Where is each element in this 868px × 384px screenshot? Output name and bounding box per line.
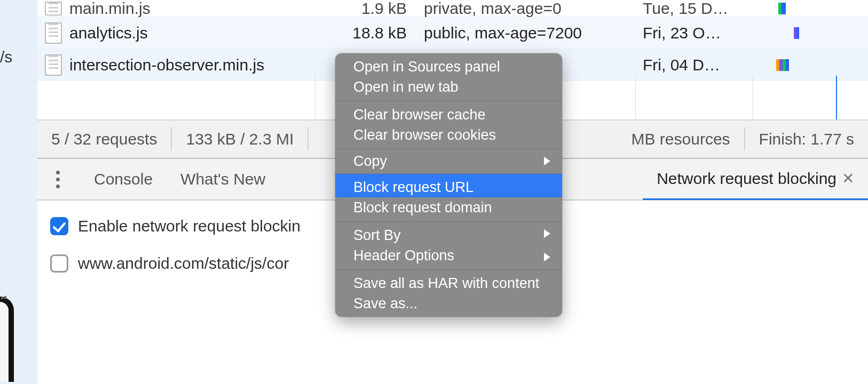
table-row[interactable]: analytics.js 18.8 kB public, max-age=720… bbox=[37, 17, 868, 49]
cache-control: public, max-age=7200 bbox=[416, 24, 635, 42]
file-size: 1.9 kB bbox=[315, 0, 416, 18]
ctx-open-new-tab[interactable]: Open in new tab bbox=[335, 77, 562, 100]
kebab-menu-icon[interactable] bbox=[47, 171, 68, 188]
enable-blocking-label: Enable network request blockin bbox=[78, 217, 301, 235]
truncated-text: /s bbox=[0, 48, 12, 66]
ctx-save-as[interactable]: Save as... bbox=[335, 293, 562, 317]
context-menu: Open in Sources panel Open in new tab Cl… bbox=[335, 53, 562, 317]
file-date: Fri, 23 O… bbox=[635, 24, 753, 42]
ctx-open-sources[interactable]: Open in Sources panel bbox=[335, 53, 562, 77]
submenu-arrow-icon bbox=[544, 229, 550, 238]
file-icon bbox=[45, 2, 62, 15]
submenu-arrow-icon bbox=[544, 253, 550, 261]
pattern-checkbox[interactable] bbox=[50, 254, 68, 273]
ctx-label: Open in Sources panel bbox=[353, 59, 500, 75]
ctx-copy[interactable]: Copy bbox=[335, 149, 562, 173]
ctx-block-domain[interactable]: Block request domain bbox=[335, 197, 562, 221]
ctx-save-har[interactable]: Save all as HAR with content bbox=[335, 270, 562, 293]
ctx-label: Sort By bbox=[353, 227, 401, 244]
status-transferred: 133 kB / 2.3 MI bbox=[172, 127, 309, 151]
ctx-label: Block request domain bbox=[353, 199, 492, 216]
cache-control: private, max-age=0 bbox=[416, 0, 635, 18]
ctx-header-options[interactable]: Header Options bbox=[335, 245, 562, 269]
status-resources: MB resources bbox=[618, 127, 745, 151]
close-icon[interactable]: ✕ bbox=[842, 170, 854, 187]
file-name: main.min.js bbox=[69, 0, 151, 18]
enable-blocking-checkbox[interactable] bbox=[50, 217, 68, 235]
file-icon bbox=[45, 22, 62, 44]
status-finish: Finish: 1.77 s bbox=[745, 127, 868, 151]
ctx-label: Copy bbox=[353, 153, 387, 170]
ctx-label: Block request URL bbox=[353, 179, 474, 196]
submenu-arrow-icon bbox=[544, 157, 550, 165]
tab-label: Console bbox=[94, 170, 153, 188]
file-name: intersection-observer.min.js bbox=[69, 56, 264, 74]
table-row[interactable]: main.min.js 1.9 kB private, max-age=0 Tu… bbox=[37, 0, 868, 17]
file-date: Tue, 15 D… bbox=[635, 0, 753, 18]
ctx-label: Clear browser cookies bbox=[353, 127, 496, 143]
status-requests: 5 / 32 requests bbox=[37, 127, 172, 151]
ctx-label: Clear browser cache bbox=[353, 107, 486, 123]
ctx-block-url[interactable]: Block request URL bbox=[335, 174, 562, 197]
ctx-label: Save as... bbox=[353, 295, 417, 312]
file-icon bbox=[45, 54, 62, 76]
ctx-label: Header Options bbox=[353, 247, 454, 264]
tab-network-request-blocking[interactable]: Network request blocking ✕ bbox=[643, 158, 868, 200]
pattern-text: www.android.com/static/js/cor bbox=[78, 254, 289, 273]
ctx-clear-cookies[interactable]: Clear browser cookies bbox=[335, 125, 562, 148]
ctx-label: Open in new tab bbox=[353, 79, 459, 95]
device-signal-icon bbox=[1, 297, 3, 299]
ctx-sort-by[interactable]: Sort By bbox=[335, 222, 562, 245]
ctx-label: Save all as HAR with content bbox=[353, 275, 539, 292]
file-date: Fri, 04 D… bbox=[635, 56, 753, 74]
ctx-clear-cache[interactable]: Clear browser cache bbox=[335, 101, 562, 125]
tab-whats-new[interactable]: What's New bbox=[167, 158, 279, 200]
file-name: analytics.js bbox=[69, 24, 148, 42]
tab-label: What's New bbox=[180, 170, 265, 188]
file-size: 18.8 kB bbox=[315, 24, 416, 42]
tab-label: Network request blocking bbox=[657, 170, 837, 188]
device-frame-corner bbox=[0, 297, 14, 382]
device-signal-icon bbox=[4, 296, 6, 299]
tab-console[interactable]: Console bbox=[80, 158, 167, 200]
